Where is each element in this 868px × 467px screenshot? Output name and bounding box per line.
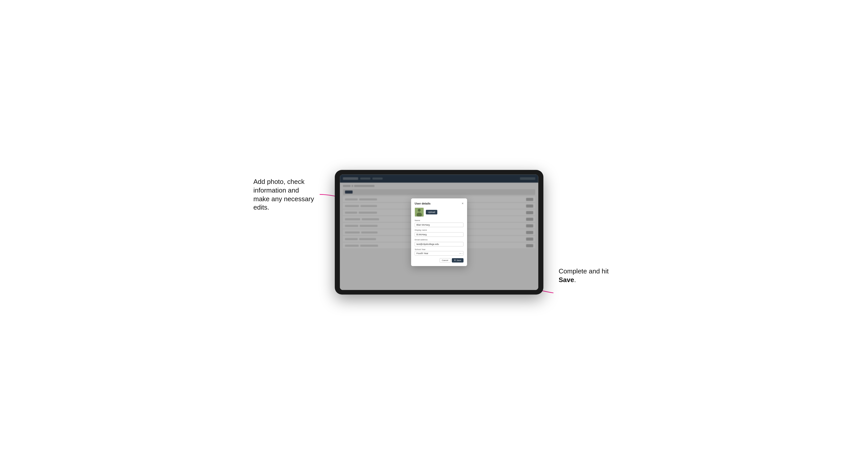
cancel-button[interactable]: Cancel — [440, 258, 451, 262]
photo-section: Upload — [415, 208, 464, 217]
photo-thumbnail — [415, 208, 424, 217]
tablet-device: User details × Uploa — [335, 170, 544, 294]
annotation-right-text: Complete and hit — [559, 267, 609, 275]
save-label: Save — [457, 259, 461, 261]
modal-title: User details — [415, 202, 430, 205]
modal-close-button[interactable]: × — [462, 202, 464, 205]
person-photo — [415, 208, 424, 216]
annotation-right: Complete and hit Save. — [559, 267, 615, 284]
email-label: Email address — [415, 239, 464, 241]
name-field-group: Name — [415, 219, 464, 227]
name-label: Name — [415, 219, 464, 222]
school-year-select[interactable]: Fourth Year First Year Second Year Third… — [415, 251, 464, 256]
upload-photo-button[interactable]: Upload — [426, 210, 437, 214]
name-input[interactable] — [415, 223, 464, 227]
email-input[interactable] — [415, 242, 464, 247]
modal-header: User details × — [415, 202, 464, 205]
school-year-field-group: School Year Fourth Year First Year Secon… — [415, 248, 464, 256]
modal-footer: Cancel ⬆ Save — [415, 258, 464, 262]
annotation-left-text: Add photo, check information and make an… — [253, 178, 314, 211]
display-name-field-group: Display name — [415, 229, 464, 237]
display-name-input[interactable] — [415, 232, 464, 237]
school-year-label: School Year — [415, 248, 464, 251]
annotation-save-text: Save — [559, 276, 574, 284]
user-details-modal: User details × Uploa — [411, 198, 467, 266]
modal-overlay: User details × Uploa — [340, 175, 538, 290]
email-field-group: Email address — [415, 239, 464, 247]
annotation-left: Add photo, check information and make an… — [253, 178, 314, 212]
scene: Add photo, check information and make an… — [319, 162, 549, 305]
display-name-label: Display name — [415, 229, 464, 231]
school-year-select-wrapper: Fourth Year First Year Second Year Third… — [415, 251, 464, 256]
tablet-screen: User details × Uploa — [340, 175, 538, 290]
save-button[interactable]: ⬆ Save — [452, 258, 464, 262]
svg-point-3 — [418, 209, 421, 212]
annotation-end-text: . — [574, 276, 576, 284]
save-icon: ⬆ — [454, 259, 456, 261]
